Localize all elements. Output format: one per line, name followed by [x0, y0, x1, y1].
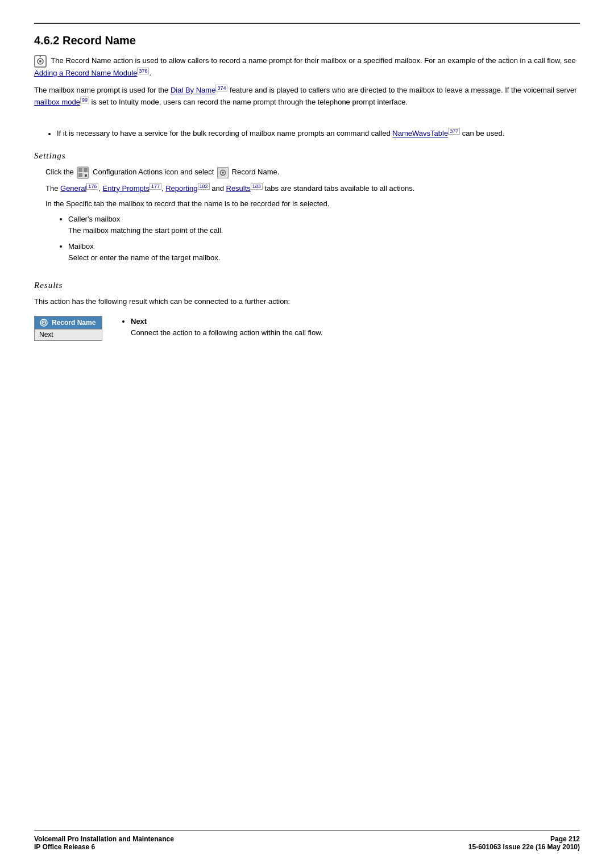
ref-177: 177 [150, 183, 161, 190]
next-result-title: Next [131, 317, 147, 326]
ref-377: 377 [448, 128, 460, 135]
results-section: Results This action has the following re… [34, 281, 580, 340]
results-bullets: Next Connect the action to a following a… [131, 316, 580, 339]
results-heading: Results [34, 281, 580, 290]
page-title: 4.6.2 Record Name [34, 34, 580, 47]
callers-mailbox-bullet: Caller's mailbox The mailbox matching th… [68, 214, 580, 236]
widget-body: Next [35, 329, 102, 340]
ref-99: 99 [80, 97, 89, 103]
svg-point-11 [222, 172, 224, 174]
settings-step-2: The General176, Entry Prompts177, Report… [45, 182, 580, 195]
footer-issue: 15-601063 Issue 22e (16 May 2010) [468, 843, 580, 851]
main-bullets: If it is necessary to have a service for… [57, 128, 580, 139]
mailbox-bullet: Mailbox Select or enter the name of the … [68, 241, 580, 264]
config-actions-icon [77, 166, 89, 179]
mailbox-title: Mailbox [68, 242, 94, 251]
settings-heading: Settings [34, 151, 580, 161]
settings-steps: Click the Configuration Actions icon and… [45, 166, 580, 264]
footer-page-number: Page 212 [550, 835, 580, 843]
top-border [34, 23, 580, 24]
dial-by-name-link[interactable]: Dial By Name [171, 86, 215, 95]
footer-line2: IP Office Release 6 [34, 843, 174, 851]
reporting-tab-link[interactable]: Reporting [165, 184, 197, 193]
intro-paragraph-2: The mailbox name prompt is used for the … [34, 85, 580, 108]
results-widget-container: Record Name Next Next Connect the action… [34, 316, 580, 341]
adding-record-name-module-link[interactable]: Adding a Record Name Module [34, 69, 137, 77]
svg-rect-8 [85, 174, 87, 177]
next-result-desc: Connect the action to a following action… [131, 328, 322, 337]
record-name-icon [34, 55, 47, 68]
next-result-item: Next Connect the action to a following a… [131, 316, 580, 339]
footer-line1: Voicemail Pro Installation and Maintenan… [34, 835, 174, 843]
ref-376: 376 [137, 68, 149, 74]
svg-rect-7 [78, 173, 82, 177]
general-tab-link[interactable]: General [60, 184, 86, 193]
settings-step-3: In the Specific tab the mailbox to recor… [45, 198, 580, 264]
entry-prompts-tab-link[interactable]: Entry Prompts [103, 184, 150, 193]
record-name-inline-icon [217, 167, 229, 178]
intro-paragraph-1: The Record Name action is used to allow … [34, 55, 580, 79]
record-name-widget: Record Name Next [34, 316, 102, 341]
results-intro: This action has the following result whi… [34, 296, 580, 307]
svg-point-15 [43, 322, 44, 323]
ref-176: 176 [86, 183, 98, 190]
widget-icon [39, 318, 48, 327]
mailbox-mode-link[interactable]: mailbox mode [34, 98, 80, 106]
callers-mailbox-desc: The mailbox matching the start point of … [68, 225, 580, 236]
ref-374: 374 [215, 85, 227, 91]
svg-rect-5 [78, 168, 82, 172]
settings-step-1: Click the Configuration Actions icon and… [45, 166, 580, 179]
widget-header: Record Name [35, 316, 102, 329]
mailbox-desc: Select or enter the name of the target m… [68, 252, 580, 264]
widget-header-label: Record Name [52, 319, 96, 327]
results-text: Next Connect the action to a following a… [119, 316, 580, 341]
svg-rect-6 [84, 168, 88, 172]
settings-sub-bullets: Caller's mailbox The mailbox matching th… [68, 214, 580, 264]
footer-left: Voicemail Pro Installation and Maintenan… [34, 835, 174, 851]
ref-182: 182 [198, 183, 210, 190]
page-footer: Voicemail Pro Installation and Maintenan… [34, 830, 580, 851]
page: 4.6.2 Record Name The Record Name action… [0, 0, 614, 868]
callers-mailbox-title: Caller's mailbox [68, 215, 120, 223]
footer-right: Page 212 15-601063 Issue 22e (16 May 201… [468, 835, 580, 851]
bullet-namewavs: If it is necessary to have a service for… [57, 128, 580, 139]
namewavstable-link[interactable]: NameWavsTable [392, 130, 448, 138]
results-tab-link[interactable]: Results [226, 184, 251, 193]
svg-point-2 [39, 60, 42, 62]
ref-183: 183 [251, 183, 263, 190]
